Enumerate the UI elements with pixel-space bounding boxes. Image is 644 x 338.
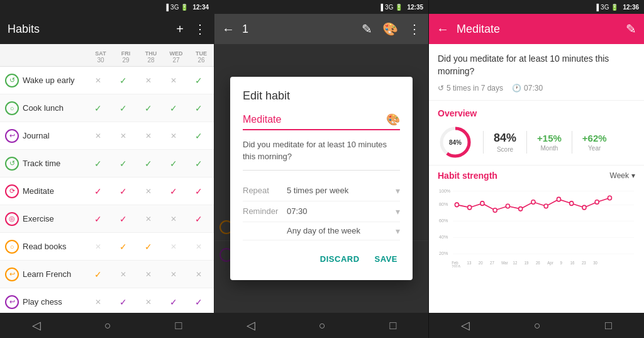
repeat-row[interactable]: Repeat 5 times per week ▾ xyxy=(243,181,400,201)
cell-cook-4[interactable]: ✓ xyxy=(186,103,211,113)
col-fri: FRI 29 xyxy=(113,50,138,66)
cell-journal-1[interactable]: ✕ xyxy=(111,132,136,140)
time-text: 07:30 xyxy=(524,84,543,93)
habit-row-track[interactable]: ↺ Track time ✓ ✓ ✓ ✓ ✓ xyxy=(0,150,214,177)
back-btn-3[interactable]: ◁ xyxy=(451,315,480,336)
recent-btn-3[interactable]: □ xyxy=(595,315,622,336)
cell-track-4[interactable]: ✓ xyxy=(186,159,211,169)
cell-journal-4[interactable]: ✓ xyxy=(186,131,211,141)
svg-point-25 xyxy=(608,196,611,200)
cell-journal-3[interactable]: ✕ xyxy=(161,132,186,140)
habit-row-french[interactable]: ↩ Learn French ✓ ✕ ✕ ✕ ✕ xyxy=(0,261,214,288)
cell-french-0[interactable]: ✓ xyxy=(86,269,111,279)
cell-french-1[interactable]: ✕ xyxy=(111,270,136,279)
recent-btn-1[interactable]: □ xyxy=(165,315,192,336)
habit-row-chess[interactable]: ↩ Play chess ✕ ✓ ✕ ✓ ✓ xyxy=(0,288,214,313)
cell-track-0[interactable]: ✓ xyxy=(86,159,111,169)
habit-name-input[interactable] xyxy=(243,114,386,125)
edit-icon-3[interactable]: ✎ xyxy=(626,21,636,37)
habit-row-journal[interactable]: ↩ Journal ✕ ✕ ✕ ✕ ✓ xyxy=(0,122,214,150)
cell-exercise-1[interactable]: ✓ xyxy=(111,214,136,224)
cell-journal-0[interactable]: ✕ xyxy=(86,132,111,140)
habit-icon-cook: ○ xyxy=(5,101,19,115)
year-value: +62% xyxy=(582,133,607,144)
cell-wake-2[interactable]: ✕ xyxy=(136,76,161,85)
cell-chess-2[interactable]: ✕ xyxy=(136,298,161,307)
palette-icon[interactable]: 🎨 xyxy=(386,113,400,127)
recent-btn-2[interactable]: □ xyxy=(379,315,406,336)
cell-cook-2[interactable]: ✓ xyxy=(136,103,161,113)
svg-text:27: 27 xyxy=(490,261,494,265)
year-label: Year xyxy=(588,145,601,152)
cell-chess-0[interactable]: ✕ xyxy=(86,298,111,307)
cell-read-0[interactable]: ✕ xyxy=(86,242,111,251)
cell-meditate-3[interactable]: ✓ xyxy=(161,186,186,196)
cell-cook-1[interactable]: ✓ xyxy=(111,103,136,113)
home-btn-2[interactable]: ○ xyxy=(309,315,336,336)
more-icon[interactable]: ⋮ xyxy=(194,21,206,37)
cell-meditate-0[interactable]: ✓ xyxy=(86,186,111,196)
cell-exercise-0[interactable]: ✓ xyxy=(86,214,111,224)
back-btn-2[interactable]: ◁ xyxy=(236,315,265,336)
cell-chess-1[interactable]: ✓ xyxy=(111,297,136,307)
anyday-value: Any day of the week xyxy=(287,226,396,235)
cell-chess-3[interactable]: ✓ xyxy=(161,297,186,307)
back-toolbar-2[interactable]: ← xyxy=(222,22,235,37)
cell-french-2[interactable]: ✕ xyxy=(136,270,161,279)
meta-time: 🕐 07:30 xyxy=(512,84,543,93)
hs-period[interactable]: Week ▾ xyxy=(610,171,635,180)
bottom-nav-3: ◁ ○ □ xyxy=(429,313,644,338)
cell-exercise-4[interactable]: ✓ xyxy=(186,214,211,224)
svg-text:84%: 84% xyxy=(449,139,462,146)
cell-read-1[interactable]: ✓ xyxy=(111,242,136,252)
cell-exercise-2[interactable]: ✕ xyxy=(136,215,161,223)
cell-cook-0[interactable]: ✓ xyxy=(86,103,111,113)
back-toolbar-3[interactable]: ← xyxy=(436,22,449,37)
habit-row-meditate[interactable]: ⟳ Meditate ✓ ✓ ✕ ✓ ✓ xyxy=(0,177,214,205)
cell-wake-3[interactable]: ✕ xyxy=(161,76,186,85)
cell-read-4[interactable]: ✕ xyxy=(186,242,211,251)
reminder-label: Reminder xyxy=(243,206,287,216)
more-icon-2[interactable]: ⋮ xyxy=(408,21,421,37)
cell-french-3[interactable]: ✕ xyxy=(161,270,186,279)
habit-row-exercise[interactable]: ◎ Exercise ✓ ✓ ✕ ✕ ✓ xyxy=(0,205,214,233)
cell-read-3[interactable]: ✕ xyxy=(161,242,186,251)
cell-track-3[interactable]: ✓ xyxy=(161,159,186,169)
habit-name-field[interactable]: 🎨 xyxy=(243,113,400,130)
cell-wake-1[interactable]: ✓ xyxy=(111,76,136,86)
period-label: Week xyxy=(610,171,629,180)
palette-icon-toolbar[interactable]: 🎨 xyxy=(382,21,398,37)
cell-wake-0[interactable]: ✕ xyxy=(86,76,111,85)
discard-button[interactable]: DISCARD xyxy=(318,251,362,268)
reminder-row[interactable]: Reminder 07:30 ▾ xyxy=(243,201,400,222)
cell-track-2[interactable]: ✓ xyxy=(136,159,161,169)
cell-meditate-1[interactable]: ✓ xyxy=(111,186,136,196)
edit-icon-2[interactable]: ✎ xyxy=(362,21,372,37)
frequency-icon: ↺ xyxy=(438,84,444,93)
cell-track-1[interactable]: ✓ xyxy=(111,159,136,169)
habit-row-cook[interactable]: ○ Cook lunch ✓ ✓ ✓ ✓ ✓ xyxy=(0,94,214,122)
habit-row-read[interactable]: ○ Read books ✕ ✓ ✓ ✕ ✕ xyxy=(0,233,214,261)
cell-exercise-3[interactable]: ✕ xyxy=(161,215,186,223)
habit-chart-svg: 100% 80% 60% 40% 20% xyxy=(438,186,635,268)
cell-meditate-4[interactable]: ✓ xyxy=(186,186,211,196)
add-icon[interactable]: + xyxy=(176,22,184,37)
home-btn-3[interactable]: ○ xyxy=(524,315,551,336)
repeat-label: Repeat xyxy=(243,186,287,195)
clock-2: 12:35 xyxy=(407,4,423,11)
back-btn-1[interactable]: ◁ xyxy=(22,315,51,336)
habit-name-cook: Cook lunch xyxy=(23,103,86,113)
cell-journal-2[interactable]: ✕ xyxy=(136,132,161,140)
cell-chess-4[interactable]: ✓ xyxy=(186,297,211,307)
home-btn-1[interactable]: ○ xyxy=(94,315,121,336)
cell-cook-3[interactable]: ✓ xyxy=(161,103,186,113)
save-button[interactable]: SAVE xyxy=(372,251,400,268)
svg-point-14 xyxy=(468,206,472,210)
habit-icon-track: ↺ xyxy=(5,157,19,171)
cell-read-2[interactable]: ✓ xyxy=(136,242,161,252)
habit-row-wake[interactable]: ↺ Wake up early ✕ ✓ ✕ ✕ ✓ xyxy=(0,67,214,94)
cell-french-4[interactable]: ✕ xyxy=(186,270,211,279)
cell-meditate-2[interactable]: ✕ xyxy=(136,187,161,196)
cell-wake-4[interactable]: ✓ xyxy=(186,76,211,86)
anyday-row[interactable]: Any day of the week ▾ xyxy=(243,222,400,240)
